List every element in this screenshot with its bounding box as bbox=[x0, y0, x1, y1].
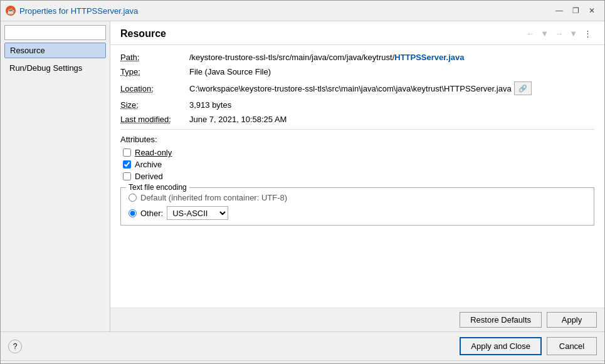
cancel-button[interactable]: Cancel bbox=[547, 337, 597, 355]
size-label: Size: bbox=[120, 100, 189, 110]
window-title: Properties for HTTPSServer.java bbox=[19, 6, 138, 16]
other-encoding-row: Other: US-ASCII UTF-8 UTF-16 ISO-8859-1 bbox=[127, 206, 587, 220]
attributes-section: Attributes: Read-only Archive Derived bbox=[120, 135, 594, 181]
size-value: 3,913 bytes bbox=[189, 100, 231, 110]
nav-forward-button[interactable]: → bbox=[552, 28, 566, 39]
apply-and-close-button[interactable]: Apply and Close bbox=[460, 337, 542, 355]
sidebar-search-input[interactable] bbox=[4, 25, 106, 40]
derived-row: Derived bbox=[120, 172, 594, 181]
minimize-button[interactable]: — bbox=[552, 4, 567, 17]
properties-window: ☕ Properties for HTTPSServer.java — ❐ ✕ … bbox=[0, 0, 605, 364]
location-link-button[interactable]: 🔗 bbox=[514, 81, 532, 95]
footer-buttons: ? Apply and Close Cancel bbox=[1, 331, 604, 360]
readonly-checkbox[interactable] bbox=[123, 148, 131, 157]
location-value: C:\workspace\keystore-trustore-ssl-tls\s… bbox=[189, 84, 512, 93]
encoding-select[interactable]: US-ASCII UTF-8 UTF-16 ISO-8859-1 bbox=[167, 206, 228, 220]
size-row: Size: 3,913 bytes bbox=[120, 100, 594, 110]
attributes-label: Attributes: bbox=[120, 135, 594, 144]
default-encoding-radio[interactable] bbox=[129, 194, 137, 202]
titlebar-left: ☕ Properties for HTTPSServer.java bbox=[6, 6, 138, 16]
nav-back-dropdown-button[interactable]: ▼ bbox=[538, 28, 551, 39]
restore-defaults-button[interactable]: Restore Defaults bbox=[460, 312, 542, 328]
archive-checkbox[interactable] bbox=[123, 160, 131, 169]
titlebar: ☕ Properties for HTTPSServer.java — ❐ ✕ bbox=[1, 1, 604, 21]
location-label: Location: bbox=[120, 84, 189, 93]
other-encoding-label: Other: bbox=[140, 209, 163, 218]
modified-row: Last modified: June 7, 2021, 10:58:25 AM bbox=[120, 115, 594, 124]
bottom-buttons: Restore Defaults Apply bbox=[110, 308, 604, 331]
restore-button[interactable]: ❐ bbox=[568, 4, 583, 17]
path-value: /keystore-trustore-ssl-tls/src/main/java… bbox=[189, 53, 465, 62]
derived-label: Derived bbox=[135, 172, 163, 181]
close-button[interactable]: ✕ bbox=[584, 4, 599, 17]
right-panel: Resource ← ▼ → ▼ ⋮ Path: /keystore-trust… bbox=[110, 21, 604, 331]
nav-back-button[interactable]: ← bbox=[523, 28, 537, 39]
separator-1 bbox=[120, 129, 594, 130]
statusbar bbox=[1, 360, 604, 363]
default-encoding-label: Default (inherited from container: UTF-8… bbox=[140, 193, 287, 202]
modified-label: Last modified: bbox=[120, 115, 189, 124]
other-encoding-radio[interactable] bbox=[129, 209, 137, 217]
type-value: File (Java Source File) bbox=[189, 67, 271, 76]
archive-label: Archive bbox=[135, 160, 162, 169]
nav-more-button[interactable]: ⋮ bbox=[581, 28, 594, 39]
panel-nav: ← ▼ → ▼ ⋮ bbox=[523, 28, 594, 39]
panel-title: Resource bbox=[120, 28, 166, 39]
modified-value: June 7, 2021, 10:58:25 AM bbox=[189, 115, 287, 124]
location-row: Location: C:\workspace\keystore-trustore… bbox=[120, 81, 594, 95]
nav-forward-dropdown-button[interactable]: ▼ bbox=[567, 28, 580, 39]
archive-row: Archive bbox=[120, 160, 594, 169]
derived-checkbox[interactable] bbox=[123, 172, 131, 180]
location-row-inner: C:\workspace\keystore-trustore-ssl-tls\s… bbox=[189, 81, 532, 95]
readonly-row: Read-only bbox=[120, 148, 594, 157]
footer-right: Apply and Close Cancel bbox=[460, 337, 597, 355]
titlebar-controls: — ❐ ✕ bbox=[552, 4, 599, 17]
encoding-section: Text file encoding Default (inherited fr… bbox=[120, 187, 594, 226]
default-encoding-row: Default (inherited from container: UTF-8… bbox=[127, 193, 587, 202]
help-button[interactable]: ? bbox=[8, 340, 22, 353]
sidebar: Resource Run/Debug Settings bbox=[1, 21, 110, 331]
encoding-legend: Text file encoding bbox=[126, 183, 189, 192]
sidebar-item-rundebug[interactable]: Run/Debug Settings bbox=[4, 61, 106, 75]
main-content: Resource Run/Debug Settings Resource ← ▼… bbox=[1, 21, 604, 331]
app-icon: ☕ bbox=[6, 6, 16, 16]
panel-body: Path: /keystore-trustore-ssl-tls/src/mai… bbox=[110, 45, 604, 308]
sidebar-item-resource[interactable]: Resource bbox=[4, 43, 106, 58]
type-row: Type: File (Java Source File) bbox=[120, 67, 594, 76]
path-label: Path: bbox=[120, 53, 189, 62]
panel-header: Resource ← ▼ → ▼ ⋮ bbox=[110, 21, 604, 45]
readonly-label: Read-only bbox=[135, 148, 172, 157]
path-row: Path: /keystore-trustore-ssl-tls/src/mai… bbox=[120, 53, 594, 62]
type-label: Type: bbox=[120, 67, 189, 76]
apply-button[interactable]: Apply bbox=[547, 312, 597, 328]
